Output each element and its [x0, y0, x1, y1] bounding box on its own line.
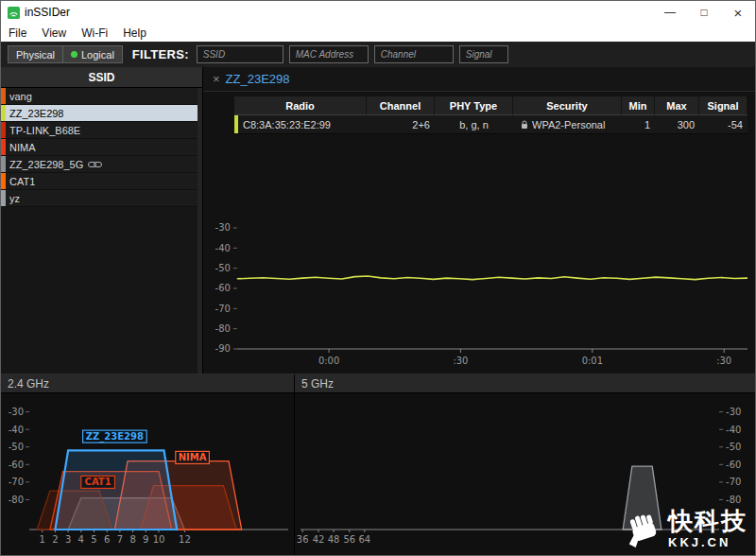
network-detail-panel: × ZZ_23E298 RadioChannelPHY TypeSecurity…	[203, 67, 755, 374]
svg-text:42: 42	[313, 534, 325, 545]
svg-text:-70: -70	[215, 304, 231, 314]
ssid-list-item[interactable]: vang	[1, 88, 202, 105]
svg-text:-60: -60	[9, 460, 24, 470]
svg-text:-80: -80	[9, 495, 24, 505]
watermark-brand: 快科技	[668, 509, 747, 533]
svg-text:6: 6	[104, 534, 110, 545]
ssid-filter-input[interactable]	[197, 45, 284, 63]
logical-enabled-dot	[71, 51, 77, 58]
column-header-channel[interactable]: Channel	[367, 96, 435, 115]
svg-text:-60: -60	[726, 460, 741, 470]
svg-text:0:00: 0:00	[318, 356, 339, 366]
ssid-list-item[interactable]: yz	[1, 190, 202, 207]
tab-bar: × ZZ_23E298	[203, 67, 755, 92]
logical-toggle-button[interactable]: Logical	[63, 45, 123, 63]
network-color-stripe	[1, 122, 6, 138]
ssid-list-item[interactable]: ZZ_23E298_5G	[1, 156, 202, 173]
svg-text:-30: -30	[9, 407, 24, 417]
svg-text:10: 10	[153, 534, 165, 545]
svg-text:NIMA: NIMA	[179, 452, 207, 462]
svg-text:-70: -70	[726, 477, 741, 487]
ssid-list-item[interactable]: TP-LINK_B68E	[1, 122, 202, 139]
ssid-label: ZZ_23E298	[9, 108, 63, 119]
svg-text:-30: -30	[726, 407, 741, 417]
svg-text:-40: -40	[215, 243, 231, 253]
filter-bar: Physical Logical FILTERS:	[1, 42, 755, 67]
radio-table: RadioChannelPHY TypeSecurityMinMaxSignal…	[234, 96, 747, 134]
network-color-stripe	[1, 139, 6, 155]
svg-text:36: 36	[297, 534, 309, 545]
security-label: WPA2-Personal	[532, 115, 605, 134]
menu-bar: File View Wi-Fi Help	[1, 24, 755, 42]
fist-logo-icon	[623, 506, 664, 551]
svg-text:-30: -30	[215, 222, 231, 233]
signal-filter-input[interactable]	[459, 45, 508, 63]
ssid-column-header[interactable]: SSID	[1, 67, 202, 88]
column-header-phy-type[interactable]: PHY Type	[435, 96, 513, 115]
tab-close-icon[interactable]: ×	[213, 72, 220, 86]
max-rate-cell: 300	[655, 115, 699, 134]
ssid-label: ZZ_23E298_5G	[9, 159, 83, 170]
network-color-stripe	[1, 156, 6, 172]
band-24ghz-panel: 2.4 GHz -30-40-50-60-70-801234567891012Z…	[1, 374, 295, 555]
svg-text:-40: -40	[726, 425, 741, 435]
ssid-label: yz	[9, 193, 20, 204]
watermark-text: 快科技 KKJ.CN	[668, 509, 747, 548]
close-button[interactable]: ×	[721, 1, 755, 24]
svg-text:12: 12	[179, 534, 191, 545]
inssider-window: inSSIDer — □ × File View Wi-Fi Help Phys…	[0, 0, 756, 556]
menu-view[interactable]: View	[34, 24, 74, 42]
svg-text:1: 1	[40, 534, 45, 545]
lock-icon	[521, 120, 528, 130]
link-icon	[88, 161, 102, 168]
svg-text:64: 64	[358, 534, 370, 545]
svg-text:56: 56	[343, 534, 355, 545]
physical-label: Physical	[16, 49, 55, 61]
svg-text:-80: -80	[726, 495, 741, 505]
ssid-label: NIMA	[9, 142, 36, 153]
svg-text:3: 3	[65, 534, 71, 545]
svg-text::30: :30	[453, 356, 468, 366]
filters-label: FILTERS:	[132, 47, 189, 61]
radio-mac-cell[interactable]: C8:3A:35:23:E2:99	[234, 115, 367, 134]
band-5ghz-header: 5 GHz	[295, 374, 755, 393]
svg-text:-70: -70	[9, 477, 24, 487]
menu-help[interactable]: Help	[115, 24, 154, 42]
ssid-list-item[interactable]: CAT1	[1, 173, 202, 190]
minimize-button[interactable]: —	[653, 1, 687, 24]
svg-text:CAT1: CAT1	[85, 477, 112, 487]
svg-text:-40: -40	[9, 425, 24, 435]
radio-mac: C8:3A:35:23:E2:99	[243, 115, 331, 134]
column-header-security[interactable]: Security	[513, 96, 622, 115]
column-header-radio[interactable]: Radio	[234, 96, 367, 115]
ssid-list-item[interactable]: NIMA	[1, 139, 202, 156]
tab-zz-23e298[interactable]: × ZZ_23E298	[203, 67, 300, 91]
ssid-list-item[interactable]: ZZ_23E298	[1, 105, 202, 122]
svg-text:5: 5	[91, 534, 96, 545]
channel-filter-input[interactable]	[374, 45, 454, 63]
band-24ghz-header: 2.4 GHz	[1, 374, 294, 393]
phy-type-cell: b, g, n	[435, 115, 513, 134]
content-area: SSID vangZZ_23E298TP-LINK_B68ENIMAZZ_23E…	[1, 67, 755, 374]
view-mode-toggle: Physical Logical	[8, 45, 123, 63]
menu-wifi[interactable]: Wi-Fi	[74, 24, 115, 42]
svg-text:-50: -50	[9, 442, 24, 452]
sidebar-scrollbar[interactable]	[198, 88, 202, 374]
column-header-min[interactable]: Min	[622, 96, 655, 115]
svg-text:-60: -60	[215, 283, 231, 293]
menu-file[interactable]: File	[1, 24, 34, 42]
ssid-list: vangZZ_23E298TP-LINK_B68ENIMAZZ_23E298_5…	[1, 88, 202, 207]
radio-color-stripe	[234, 115, 238, 133]
svg-text:-80: -80	[215, 323, 231, 334]
title-bar: inSSIDer — □ ×	[1, 1, 755, 24]
maximize-button[interactable]: □	[687, 1, 721, 24]
channel-cell: 2+6	[367, 115, 435, 134]
tab-label: ZZ_23E298	[226, 72, 290, 86]
mac-address-filter-input[interactable]	[289, 45, 369, 63]
logical-label: Logical	[81, 49, 114, 61]
column-header-max[interactable]: Max	[655, 96, 699, 115]
physical-toggle-button[interactable]: Physical	[8, 45, 63, 63]
svg-text:ZZ_23E298: ZZ_23E298	[86, 431, 144, 443]
column-header-signal[interactable]: Signal	[699, 96, 747, 115]
svg-text:0:01: 0:01	[582, 356, 603, 366]
